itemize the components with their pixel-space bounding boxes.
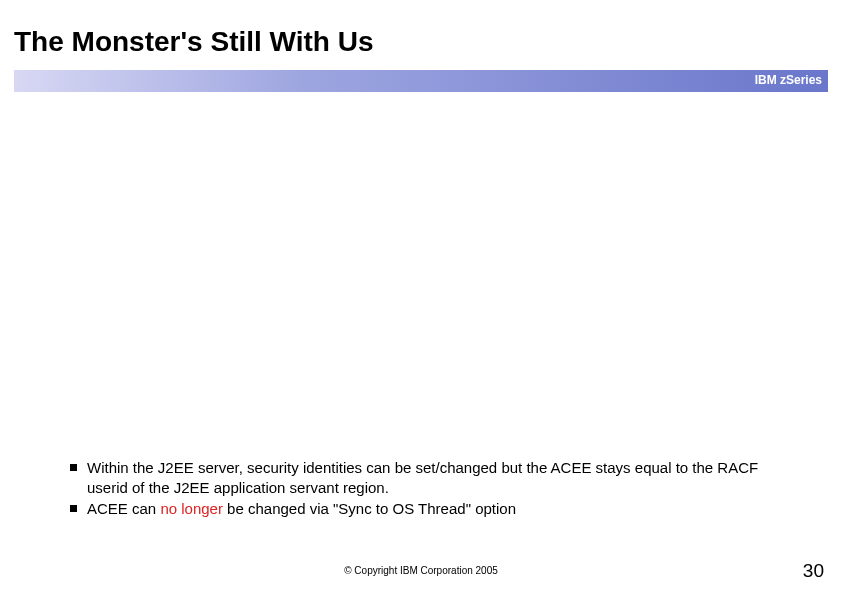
page-number: 30 <box>803 560 824 582</box>
slide-title: The Monster's Still With Us <box>14 26 374 58</box>
bullet-text-red: no longer <box>160 500 223 517</box>
bullet-text: ACEE can no longer be changed via "Sync … <box>87 499 516 519</box>
bullet-text-pre: Within the J2EE server, security identit… <box>87 459 758 496</box>
bullet-text-post: be changed via "Sync to OS Thread" optio… <box>223 500 516 517</box>
bullet-text-pre: ACEE can <box>87 500 160 517</box>
header-bar: IBM zSeries <box>14 70 828 92</box>
bullet-icon <box>70 464 77 471</box>
header-bar-label: IBM zSeries <box>755 73 822 87</box>
copyright-text: © Copyright IBM Corporation 2005 <box>0 565 842 576</box>
list-item: Within the J2EE server, security identit… <box>70 458 790 497</box>
list-item: ACEE can no longer be changed via "Sync … <box>70 499 790 519</box>
bullet-icon <box>70 505 77 512</box>
bullet-list: Within the J2EE server, security identit… <box>70 458 790 521</box>
slide: The Monster's Still With Us IBM zSeries … <box>0 0 842 592</box>
bullet-text: Within the J2EE server, security identit… <box>87 458 790 497</box>
